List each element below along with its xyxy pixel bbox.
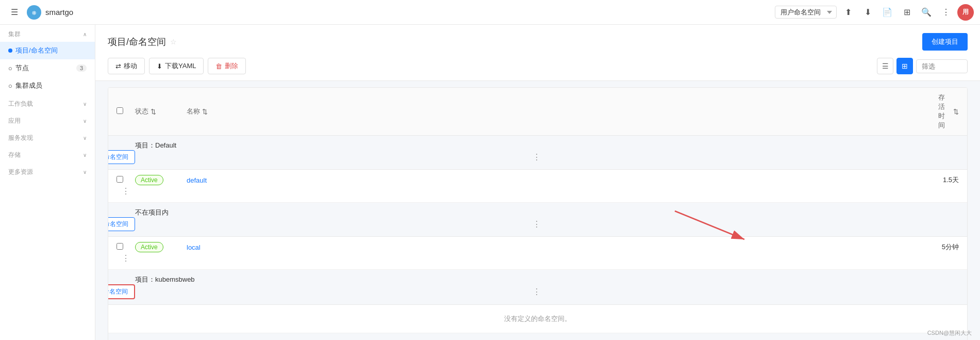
- delete-icon: 🗑: [215, 62, 222, 70]
- nodes-icon: ○: [8, 64, 12, 72]
- sidebar-section-storage[interactable]: 存储 ∨: [0, 145, 95, 163]
- status-sort-icon: ⇅: [151, 108, 156, 116]
- create-namespace-default-button[interactable]: 创建命名空间: [108, 150, 135, 164]
- table-row: Active default 1.5天 ⋮: [108, 170, 967, 203]
- filter-input[interactable]: [916, 59, 968, 73]
- group-kubemsbweb-more-button[interactable]: ⋮: [135, 286, 938, 298]
- group-default-label: 项目：Default: [135, 141, 938, 150]
- group-no-project-more-button[interactable]: ⋮: [135, 218, 938, 230]
- service-discovery-chevron-icon: ∨: [83, 135, 87, 141]
- group-default: 项目：Default 创建命名空间 ⋮: [108, 136, 967, 170]
- active-dot-icon: [8, 48, 12, 53]
- download-yaml-icon: ⬇: [157, 62, 162, 70]
- create-project-button[interactable]: 创建项目: [922, 33, 968, 51]
- content-header: 项目/命名空间 ☆ 创建项目 ⇄ 移动 ⬇ 下载YAML 🗑: [95, 25, 980, 81]
- sidebar-item-projects[interactable]: 项目/命名空间: [0, 42, 95, 59]
- app-logo: ⎈: [27, 5, 41, 20]
- age-local: 5分钟: [938, 242, 959, 252]
- file-icon[interactable]: 📄: [879, 4, 895, 21]
- apps-label: 应用: [8, 117, 21, 125]
- table-header: 状态 ⇅ 名称 ⇅ 存活时间 ⇅: [108, 88, 967, 136]
- workloads-label: 工作负载: [8, 100, 33, 108]
- app-name: smartgo: [45, 8, 73, 17]
- group-no-project-label: 不在项目内: [135, 208, 938, 217]
- sidebar-section-service-discovery[interactable]: 服务发现 ∨: [0, 128, 95, 145]
- toolbar-left: ⇄ 移动 ⬇ 下载YAML 🗑 删除: [108, 58, 246, 74]
- sidebar-members-label: 集群成员: [15, 81, 42, 90]
- namespace-local-link[interactable]: local: [187, 244, 201, 251]
- col-status[interactable]: 状态 ⇅: [135, 107, 187, 116]
- sidebar-item-members[interactable]: ○ 集群成员: [0, 77, 95, 94]
- toolbar-right: ☰ ⊞: [877, 58, 968, 74]
- row-default-more-button[interactable]: ⋮: [117, 185, 135, 197]
- workloads-chevron-icon: ∨: [83, 101, 87, 107]
- group-no-project: 不在项目内 创建命名空间 ⋮: [108, 203, 967, 237]
- row-default-checkbox[interactable]: [117, 176, 123, 183]
- members-icon: ○: [8, 82, 12, 90]
- menu-icon[interactable]: ☰: [6, 4, 23, 21]
- namespace-default-link[interactable]: default: [187, 176, 207, 184]
- sidebar-section-apps[interactable]: 应用 ∨: [0, 111, 95, 128]
- select-all-checkbox[interactable]: [117, 107, 123, 114]
- create-namespace-kubemsbweb-button[interactable]: 创建命名空间: [108, 284, 135, 299]
- move-icon: ⇄: [115, 62, 121, 70]
- create-namespace-no-project-button[interactable]: 创建命名空间: [108, 217, 135, 231]
- storage-chevron-icon: ∨: [83, 152, 87, 158]
- avatar[interactable]: 用: [957, 4, 974, 21]
- age-sort-icon: ⇅: [953, 108, 959, 116]
- main-content: 项目/命名空间 ☆ 创建项目 ⇄ 移动 ⬇ 下载YAML 🗑: [95, 25, 980, 340]
- name-sort-icon: ⇅: [202, 108, 208, 116]
- more-options-icon[interactable]: ⋮: [938, 4, 954, 21]
- search-icon[interactable]: 🔍: [918, 4, 935, 21]
- top-bar-right: 用户命名空间 ⬆ ⬇ 📄 ⊞ 🔍 ⋮ 用: [775, 4, 974, 21]
- cluster-chevron-icon: ∧: [83, 31, 87, 37]
- col-name[interactable]: 名称 ⇅: [187, 107, 876, 116]
- table-wrapper: 状态 ⇅ 名称 ⇅ 存活时间 ⇅: [108, 87, 968, 340]
- layout: 集群 ∧ 项目/命名空间 ○ 节点 3 ○ 集群成员 工作负载 ∨: [0, 25, 980, 340]
- table-container: 状态 ⇅ 名称 ⇅ 存活时间 ⇅: [108, 87, 968, 340]
- group-system: 项目：System 创建命名空间 ⋮: [108, 333, 967, 340]
- watermark: CSDN@慧闲大大: [927, 329, 972, 337]
- row-local-checkbox[interactable]: [117, 243, 123, 250]
- sidebar-section-cluster-label: 集群: [8, 30, 21, 39]
- group-kubemsbweb: 项目：kubemsbweb 创建命名空间 ⋮: [108, 270, 967, 305]
- download-yaml-button[interactable]: ⬇ 下载YAML: [149, 58, 204, 74]
- download-icon[interactable]: ⬇: [859, 4, 876, 21]
- more-label: 更多资源: [8, 168, 33, 176]
- sidebar-section-more[interactable]: 更多资源 ∨: [0, 163, 95, 180]
- grid-icon[interactable]: ⊞: [899, 4, 915, 21]
- status-badge: Active: [135, 175, 163, 185]
- group-kubemsbweb-label: 项目：kubemsbweb: [135, 275, 938, 284]
- sidebar-section-workloads[interactable]: 工作负载 ∨: [0, 94, 95, 111]
- col-age[interactable]: 存活时间 ⇅: [938, 93, 959, 130]
- top-bar: ☰ ⎈ smartgo 用户命名空间 ⬆ ⬇ 📄 ⊞ 🔍 ⋮ 用: [0, 0, 980, 25]
- grid-view-button[interactable]: ⊞: [896, 58, 913, 74]
- upload-icon[interactable]: ⬆: [840, 4, 856, 21]
- group-default-more-button[interactable]: ⋮: [135, 151, 938, 163]
- toolbar-row: ⇄ 移动 ⬇ 下载YAML 🗑 删除 ☰ ⊞: [108, 58, 968, 80]
- service-discovery-label: 服务发现: [8, 134, 33, 142]
- empty-kubemsbweb: 没有定义的命名空间。: [108, 305, 967, 333]
- status-badge: Active: [135, 242, 163, 252]
- more-chevron-icon: ∨: [83, 169, 87, 175]
- sidebar-nodes-label: 节点: [15, 63, 29, 73]
- delete-button[interactable]: 🗑 删除: [208, 58, 246, 74]
- apps-chevron-icon: ∨: [83, 118, 87, 124]
- list-view-button[interactable]: ☰: [877, 58, 893, 74]
- move-button[interactable]: ⇄ 移动: [108, 58, 145, 74]
- page-title: 项目/命名空间 ☆: [108, 36, 177, 48]
- favorite-star-icon[interactable]: ☆: [170, 38, 177, 46]
- namespace-select[interactable]: 用户命名空间: [775, 6, 837, 19]
- storage-label: 存储: [8, 151, 21, 159]
- sidebar-section-cluster[interactable]: 集群 ∧: [0, 25, 95, 42]
- table-area: 状态 ⇅ 名称 ⇅ 存活时间 ⇅: [95, 81, 980, 340]
- age-default: 1.5天: [938, 175, 959, 185]
- nodes-badge: 3: [76, 64, 87, 72]
- top-bar-left: ☰ ⎈ smartgo: [6, 4, 73, 21]
- row-local-more-button[interactable]: ⋮: [117, 252, 135, 264]
- sidebar-item-nodes[interactable]: ○ 节点 3: [0, 59, 95, 77]
- table-row: Active local 5分钟 ⋮: [108, 237, 967, 270]
- sidebar: 集群 ∧ 项目/命名空间 ○ 节点 3 ○ 集群成员 工作负载 ∨: [0, 25, 95, 340]
- sidebar-projects-label: 项目/命名空间: [15, 46, 58, 55]
- page-title-row: 项目/命名空间 ☆ 创建项目: [108, 33, 968, 51]
